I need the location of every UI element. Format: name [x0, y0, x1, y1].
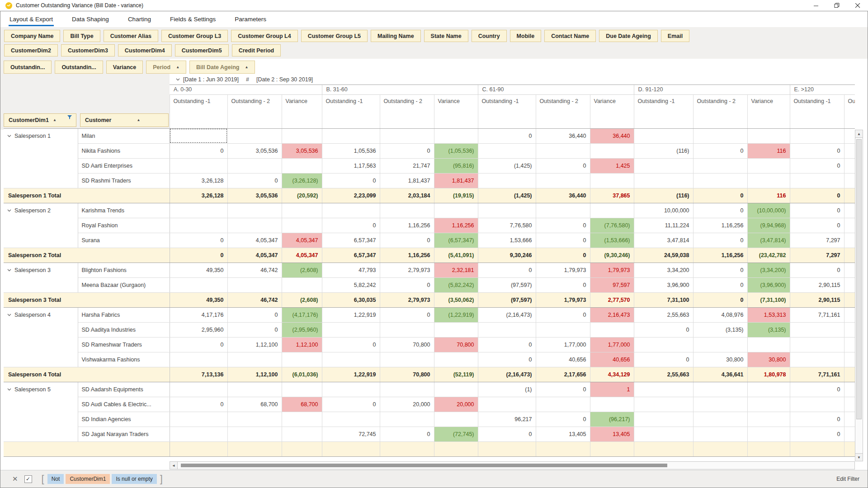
- data-cell[interactable]: [478, 441, 536, 456]
- data-cell[interactable]: [844, 203, 855, 218]
- data-cell[interactable]: 7,71,161: [790, 307, 844, 322]
- data-cell[interactable]: 4,17,176: [170, 307, 227, 322]
- variance-down-cell[interactable]: (3,34,200): [747, 263, 790, 277]
- data-cell[interactable]: [282, 218, 322, 233]
- data-cell[interactable]: 2,55,663: [634, 367, 693, 382]
- field-chip[interactable]: Customer Group L4: [231, 30, 297, 42]
- data-cell[interactable]: [790, 322, 844, 337]
- tab-charting[interactable]: Charting: [127, 12, 152, 26]
- measure-header[interactable]: Outstanding - 2: [693, 94, 747, 128]
- horizontal-scrollbar[interactable]: ◄: [170, 461, 855, 469]
- variance-down-cell[interactable]: (5,41,091): [434, 248, 478, 263]
- data-cell[interactable]: 6,57,347: [322, 248, 380, 263]
- data-cell[interactable]: [790, 173, 844, 188]
- data-cell[interactable]: [844, 352, 855, 367]
- data-cell[interactable]: 0: [380, 277, 434, 292]
- variance-up-cell[interactable]: 1,80,978: [747, 367, 790, 382]
- data-cell[interactable]: 7,31,100: [634, 292, 693, 307]
- measure-header[interactable]: Variance: [590, 94, 634, 128]
- data-cell[interactable]: 0: [478, 427, 536, 441]
- data-cell[interactable]: 1,16,256: [380, 248, 434, 263]
- customer-cell[interactable]: Blighton Fashions: [78, 263, 170, 277]
- data-cell[interactable]: [380, 412, 434, 427]
- data-cell[interactable]: 13,405: [536, 427, 590, 441]
- data-cell[interactable]: [844, 382, 855, 397]
- data-cell[interactable]: [478, 203, 536, 218]
- data-cell[interactable]: [590, 397, 634, 412]
- data-cell[interactable]: [590, 173, 634, 188]
- data-cell[interactable]: 3,47,814: [634, 233, 693, 248]
- data-cell[interactable]: 3,96,900: [634, 277, 693, 292]
- variance-up-cell[interactable]: 20,000: [434, 397, 478, 412]
- data-cell[interactable]: (97,597): [478, 292, 536, 307]
- data-cell[interactable]: [536, 203, 590, 218]
- variance-down-cell[interactable]: (3,135): [747, 322, 790, 337]
- variance-up-cell[interactable]: 30,800: [747, 352, 790, 367]
- data-cell[interactable]: 0: [478, 128, 536, 143]
- data-cell[interactable]: [844, 397, 855, 412]
- data-cell[interactable]: 0: [536, 412, 590, 427]
- data-cell[interactable]: [536, 397, 590, 412]
- data-cell[interactable]: [634, 173, 693, 188]
- variance-down-cell[interactable]: (2,608): [282, 263, 322, 277]
- minimize-button[interactable]: [806, 0, 826, 11]
- data-cell[interactable]: 1,79,973: [536, 263, 590, 277]
- data-cell[interactable]: 1,16,256: [693, 218, 747, 233]
- data-cell[interactable]: [790, 397, 844, 412]
- data-cell[interactable]: [693, 427, 747, 441]
- data-cell[interactable]: [634, 441, 693, 456]
- data-cell[interactable]: 1,22,919: [322, 307, 380, 322]
- chevron-down-icon[interactable]: [7, 314, 11, 316]
- data-cell[interactable]: 36,440: [536, 188, 590, 203]
- data-cell[interactable]: 1,05,536: [322, 143, 380, 158]
- data-cell[interactable]: 21,747: [380, 158, 434, 173]
- variance-down-cell[interactable]: (95,816): [434, 158, 478, 173]
- data-cell[interactable]: [434, 352, 478, 367]
- field-chip[interactable]: Customer Group L5: [301, 30, 368, 42]
- data-cell[interactable]: 70,800: [380, 367, 434, 382]
- data-cell[interactable]: [747, 337, 790, 352]
- variance-down-cell[interactable]: (3,47,814): [747, 233, 790, 248]
- data-cell[interactable]: [170, 203, 227, 218]
- data-cell[interactable]: [478, 397, 536, 412]
- data-cell[interactable]: 0: [322, 397, 380, 412]
- data-cell[interactable]: [844, 248, 855, 263]
- customer-cell[interactable]: SD Aarti Enterprises: [78, 158, 170, 173]
- data-cell[interactable]: 1,53,666: [478, 233, 536, 248]
- data-cell[interactable]: 0: [693, 143, 747, 158]
- data-cell[interactable]: [634, 158, 693, 173]
- data-cell[interactable]: 1,17,563: [322, 158, 380, 173]
- data-cell[interactable]: 0: [170, 397, 227, 412]
- variance-down-cell[interactable]: (6,01,036): [282, 367, 322, 382]
- data-cell[interactable]: [536, 143, 590, 158]
- chevron-down-icon[interactable]: [176, 78, 180, 81]
- field-chip[interactable]: Customer Alias: [104, 30, 158, 42]
- measure-header[interactable]: Outstanding - 2: [536, 94, 590, 128]
- variance-down-cell[interactable]: (2,608): [282, 292, 322, 307]
- tab-data-shaping[interactable]: Data Shaping: [71, 12, 110, 26]
- filter-icon[interactable]: [67, 115, 72, 120]
- data-cell[interactable]: [634, 427, 693, 441]
- field-chip[interactable]: CustomerDim5: [175, 44, 229, 56]
- field-chip[interactable]: Contact Name: [544, 30, 596, 42]
- data-cell[interactable]: [747, 382, 790, 397]
- data-cell[interactable]: 30,800: [693, 352, 747, 367]
- column-group-header[interactable]: A. 0-30: [170, 84, 322, 94]
- data-cell[interactable]: [747, 427, 790, 441]
- data-cell[interactable]: 6,57,347: [322, 233, 380, 248]
- variance-up-cell[interactable]: [590, 441, 634, 456]
- variance-up-cell[interactable]: 4,34,129: [590, 367, 634, 382]
- data-cell[interactable]: [844, 277, 855, 292]
- data-cell[interactable]: [790, 128, 844, 143]
- data-cell[interactable]: 6,30,035: [322, 292, 380, 307]
- data-cell[interactable]: [380, 203, 434, 218]
- customer-cell[interactable]: Nikita Fashions: [78, 143, 170, 158]
- variance-down-cell[interactable]: (20,592): [282, 188, 322, 203]
- variance-up-cell[interactable]: 4,05,347: [282, 233, 322, 248]
- data-cell[interactable]: [380, 322, 434, 337]
- field-chip[interactable]: Due Date Ageing: [599, 30, 658, 42]
- data-cell[interactable]: 0: [380, 307, 434, 322]
- salesperson-group-cell[interactable]: Salesperson 5: [4, 382, 78, 441]
- data-cell[interactable]: 1,22,919: [322, 367, 380, 382]
- data-cell[interactable]: 0: [790, 218, 844, 233]
